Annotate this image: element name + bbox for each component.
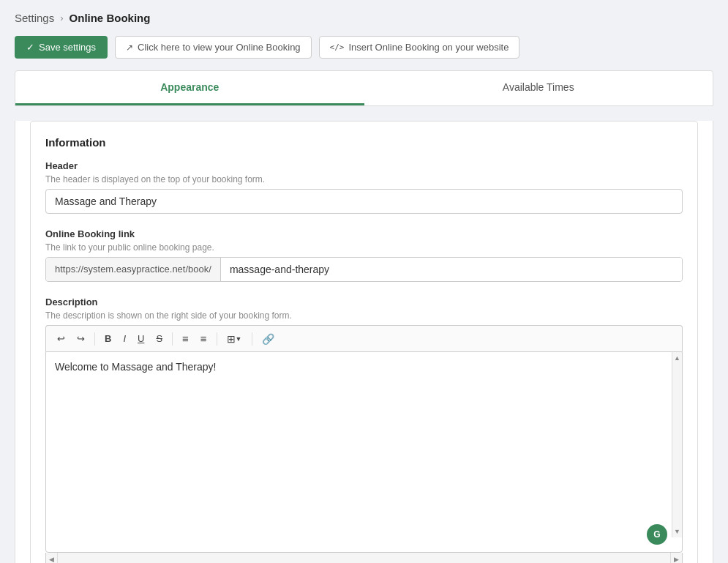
save-label: Save settings (39, 42, 96, 53)
toolbar-divider-4 (252, 332, 252, 346)
bold-button[interactable]: B (100, 330, 116, 347)
save-check-icon: ✓ (26, 42, 34, 53)
table-dropdown-icon: ▼ (236, 335, 242, 343)
booking-link-hint: The link to your public online booking p… (45, 242, 683, 253)
description-hint: The description is shown on the right si… (45, 310, 683, 321)
grammarly-button[interactable]: G (647, 524, 667, 545)
booking-link-row: https://system.easypractice.net/book/ (45, 257, 683, 282)
booking-link-prefix: https://system.easypractice.net/book/ (46, 258, 221, 281)
breadcrumb-current: Online Booking (70, 12, 151, 24)
description-group: Description The description is shown on … (45, 297, 683, 563)
undo-button[interactable]: ↩ (52, 330, 70, 347)
redo-button[interactable]: ↪ (72, 330, 90, 347)
italic-button[interactable]: I (118, 330, 131, 347)
scroll-right-icon[interactable]: ▶ (670, 553, 682, 564)
tab-appearance[interactable]: Appearance (15, 71, 364, 105)
editor-area-wrapper: Welcome to Massage and Therapy! ▲ ▼ G (45, 351, 683, 553)
scrollbar-down-icon[interactable]: ▼ (672, 526, 683, 537)
breadcrumb: Settings › Online Booking (15, 12, 713, 24)
booking-link-suffix-input[interactable] (221, 258, 682, 281)
toolbar-divider-1 (94, 332, 95, 346)
scrollbar-up-icon[interactable]: ▲ (672, 352, 683, 364)
description-label: Description (45, 297, 683, 307)
view-booking-label: Click here to view your Online Booking (138, 42, 301, 53)
unordered-list-button[interactable]: ≡ (195, 329, 212, 348)
information-card: Information Header The header is display… (30, 121, 698, 563)
ordered-list-button[interactable]: ≡ (177, 329, 194, 348)
table-button[interactable]: ⊞ ▼ (222, 330, 247, 348)
code-icon: </> (330, 42, 345, 52)
toolbar-divider-2 (172, 332, 173, 346)
tab-available-times[interactable]: Available Times (364, 71, 713, 105)
header-hint: The header is displayed on the top of yo… (45, 174, 683, 184)
insert-booking-label: Insert Online Booking on your website (348, 42, 509, 53)
header-group: Header The header is displayed on the to… (45, 160, 683, 214)
table-icon: ⊞ (227, 333, 236, 345)
header-input[interactable] (45, 189, 683, 214)
underline-button[interactable]: U (132, 330, 149, 347)
save-button[interactable]: ✓ Save settings (15, 36, 108, 59)
strikethrough-button[interactable]: S (151, 330, 168, 347)
header-label: Header (45, 160, 683, 171)
breadcrumb-settings: Settings (15, 12, 54, 24)
description-textarea[interactable]: Welcome to Massage and Therapy! (46, 352, 682, 550)
toolbar: ✓ Save settings ↗ Click here to view you… (15, 36, 713, 59)
content-area: Information Header The header is display… (15, 121, 713, 563)
editor-toolbar: ↩ ↪ B I U S ≡ ≡ ⊞ ▼ 🔗 (45, 325, 683, 351)
tabs-container: Appearance Available Times (15, 70, 713, 106)
external-link-icon: ↗ (126, 42, 133, 53)
h-scroll-track (58, 553, 670, 563)
editor-bottom-scrollbar: ◀ ▶ (45, 553, 683, 563)
page-wrapper: Settings › Online Booking ✓ Save setting… (0, 0, 728, 563)
view-booking-button[interactable]: ↗ Click here to view your Online Booking (115, 36, 312, 59)
toolbar-divider-3 (217, 332, 217, 346)
booking-link-group: Online Booking link The link to your pub… (45, 228, 683, 282)
breadcrumb-chevron-icon: › (60, 12, 63, 23)
scroll-left-icon[interactable]: ◀ (46, 553, 58, 564)
card-title: Information (45, 136, 683, 149)
link-button[interactable]: 🔗 (257, 330, 279, 348)
editor-scrollbar[interactable]: ▲ ▼ (672, 352, 682, 537)
booking-link-label: Online Booking link (45, 228, 683, 239)
insert-booking-button[interactable]: </> Insert Online Booking on your websit… (319, 36, 520, 59)
